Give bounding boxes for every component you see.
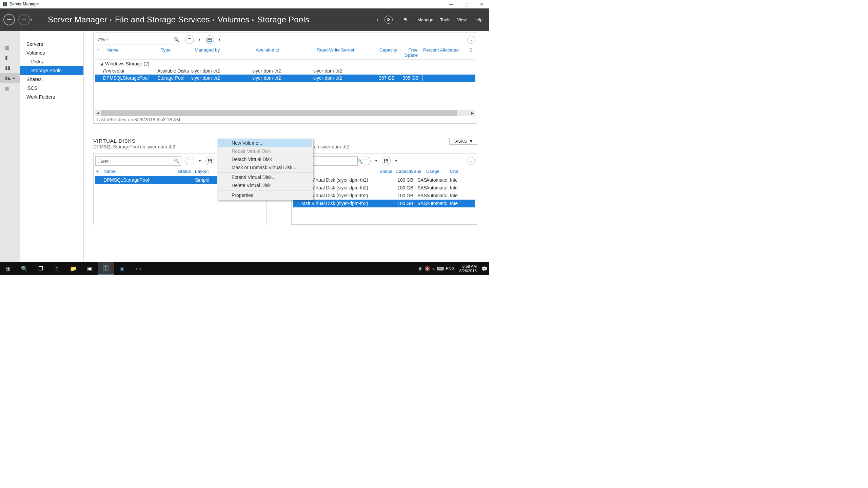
context-menu-item[interactable]: Detach Virtual Disk [218,155,312,163]
crumb-3[interactable]: Storage Pools [257,15,309,24]
tasks-dropdown-button[interactable]: TASKS ▼ [449,138,477,145]
ie-icon[interactable]: e [49,262,65,275]
action-center-icon[interactable]: ⌁ [432,266,435,271]
context-menu-item[interactable]: New Volume... [218,139,312,147]
app-icon-2[interactable]: ▭ [130,262,146,275]
col-cap[interactable]: Capacity [377,47,396,58]
rail-dashboard-icon[interactable]: ▥ [0,42,20,53]
pool-table-row[interactable]: DPMSQLStoragePoolStorage Poolsiyer-dpm-t… [95,75,475,82]
sidenav-item[interactable]: Storage Pools [20,66,83,75]
col-avail[interactable]: Available to [254,47,315,58]
vd-col-layout[interactable]: Layout [195,169,215,174]
pd-table-row[interactable]: Msft Virtual Disk (siyer-dpm-th2)100 GBS… [293,192,475,200]
col-alloc[interactable]: Percent Allocated [420,47,467,58]
col-managed[interactable]: Managed by [193,47,254,58]
chevron-down-icon[interactable]: ▼ [198,38,201,41]
app-icon-1[interactable]: ◉ [114,262,130,275]
sidenav-item[interactable]: Volumes [20,48,83,57]
save-options-button[interactable]: 💾 [205,35,214,44]
rail-other-icon[interactable]: ▥ [0,83,20,93]
sidenav-item[interactable]: iSCSI [20,84,83,93]
server-manager-taskbar-icon[interactable]: 🗄️ [98,262,114,275]
status-column-icon[interactable]: ⚠ [96,47,104,58]
search-button[interactable]: 🔍 [16,262,33,275]
context-menu-item[interactable]: Extend Virtual Disk... [218,173,312,181]
pool-group-row[interactable]: ◢ Windows Storage (2) [95,60,475,67]
vd-save-options-button[interactable]: 💾 [205,157,214,165]
context-menu-item[interactable]: Mask or Unmask Virtual Disk... [218,163,312,171]
expand-collapse-button[interactable]: ⌄ [467,36,475,44]
notifications-icon[interactable]: 💬 [481,266,487,271]
list-options-button[interactable]: ☰ [185,35,194,44]
pd-col-usage[interactable]: Usage [426,169,450,174]
vd-filter-input[interactable] [96,159,172,164]
rail-server-icon[interactable]: ▮ [0,53,20,63]
pd-table-row[interactable]: Msft Virtual Disk (siyer-dpm-th2)100 GBS… [293,176,475,184]
vd-col-status[interactable]: Status [178,169,195,174]
rail-servers-icon[interactable]: ▮▮ [0,63,20,73]
keyboard-icon[interactable]: ⌨ [437,266,444,271]
status-column-icon[interactable]: ⚠ [95,169,103,174]
vd-filter-box[interactable]: 🔍 [95,156,181,166]
collapse-triangle-icon[interactable]: ◢ [100,62,103,66]
pd-list-options-button[interactable]: ☰ [362,157,371,165]
network-icon[interactable]: 🖥 [418,266,422,271]
sidenav-item[interactable]: Servers [20,40,83,48]
sidenav-item[interactable]: Work Folders [20,93,83,101]
vd-col-name[interactable]: Name [103,169,178,174]
status-dropdown[interactable]: ▾ [377,18,378,22]
crumb-0[interactable]: Server Manager [48,15,107,24]
task-view-button[interactable]: ❐ [33,262,49,275]
sidenav-item[interactable]: Disks [20,57,83,66]
vd-list-options-button[interactable]: ☰ [185,157,194,165]
scroll-left-arrow[interactable]: ◀ [95,111,101,115]
crumb-1[interactable]: File and Storage Services [115,15,210,24]
nav-back-button[interactable]: 🡠 [3,14,15,25]
filter-input[interactable] [95,37,172,42]
filter-box[interactable]: 🔍 [95,35,181,44]
scroll-right-arrow[interactable]: ▶ [470,111,475,115]
menu-view[interactable]: View [457,17,467,22]
start-button[interactable]: ⊞ [0,262,16,275]
rail-storage-icon[interactable]: ▮◣ ▸ [0,73,20,83]
crumb-2[interactable]: Volumes [218,15,249,24]
flag-icon[interactable]: ⚑ [401,16,409,24]
nav-forward-button[interactable]: 🡢 [18,14,30,25]
cmd-icon[interactable]: ▣ [81,262,98,275]
pd-save-options-button[interactable]: 💾 [382,157,391,165]
minimize-button[interactable]: — [443,0,459,8]
scroll-thumb[interactable] [101,110,457,116]
maximize-button[interactable]: ▢ [459,0,474,8]
pd-table-row[interactable]: Msft Virtual Disk (siyer-dpm-th2)100 GBS… [293,184,475,192]
pool-table-row[interactable]: PrimordialAvailable Diskssiyer-dpm-th2si… [95,67,475,75]
pd-col-cap[interactable]: Capacity [393,169,413,174]
pd-expand-button[interactable]: ⌄ [467,157,475,165]
language-indicator[interactable]: ENG [446,266,455,271]
search-icon[interactable]: 🔍 [172,158,181,164]
context-menu-item[interactable]: Delete Virtual Disk [218,181,312,189]
volume-icon[interactable]: 🔇 [425,266,430,271]
col-rw[interactable]: Read-Write Server [315,47,377,58]
pd-col-cha[interactable]: Cha [450,169,460,174]
sidenav-item[interactable]: Shares [20,75,83,84]
chevron-down-icon: ▼ [469,139,473,144]
col-free[interactable]: Free Space [396,47,420,58]
col-s[interactable]: S [467,47,474,58]
menu-tools[interactable]: Tools [440,17,450,22]
search-icon[interactable]: 🔍 [172,37,181,42]
pd-table-row[interactable]: Msft Virtual Disk (siyer-dpm-th2)100 GBS… [293,200,475,207]
refresh-button[interactable]: ⟳ [384,16,393,24]
horizontal-scrollbar[interactable]: ◀ ▶ [95,110,475,116]
col-name[interactable]: Name [104,47,159,58]
col-type[interactable]: Type [159,47,193,58]
pd-col-status[interactable]: Status [379,169,393,174]
menu-help[interactable]: Help [473,17,482,22]
chevron-down-icon[interactable]: ▼ [218,38,221,41]
context-menu-item[interactable]: Properties [218,191,312,199]
explorer-icon[interactable]: 📁 [65,262,81,275]
nav-history-dropdown[interactable]: ▾ [31,18,32,22]
clock[interactable]: 6:56 AM 8/26/2016 [457,264,479,273]
menu-manage[interactable]: Manage [417,17,433,22]
pd-col-bus[interactable]: Bus [413,169,426,174]
close-button[interactable]: ✕ [474,0,489,8]
